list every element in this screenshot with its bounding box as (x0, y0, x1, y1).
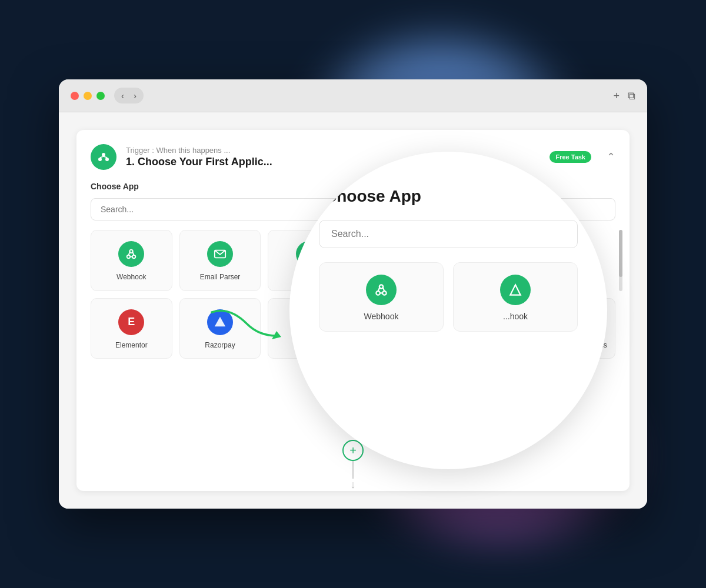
list-item[interactable]: Webhook (319, 262, 444, 332)
connector-line (352, 461, 354, 479)
svg-point-2 (105, 158, 109, 161)
scrollbar-track (619, 230, 622, 291)
list-item[interactable]: ...hook (453, 262, 578, 332)
forward-button[interactable]: › (131, 90, 139, 101)
list-item[interactable]: Razorpay (179, 298, 261, 359)
nav-buttons: ‹ › (114, 88, 144, 103)
webhook-icon (118, 241, 144, 267)
webhook2-modal-icon (500, 275, 531, 305)
svg-point-6 (132, 255, 136, 259)
app-name: Elementor (115, 341, 148, 350)
modal-app-grid: Webhook ...hook (319, 262, 578, 332)
back-button[interactable]: ‹ (119, 90, 126, 101)
scrollbar-thumb[interactable] (619, 230, 622, 277)
list-item[interactable]: Webhook (91, 230, 172, 291)
bottom-plus-area: + ↓ (342, 440, 364, 491)
svg-point-28 (376, 291, 380, 295)
svg-line-3 (100, 156, 104, 158)
arrow-down: ↓ (351, 479, 356, 491)
copy-button[interactable]: ⧉ (628, 91, 635, 101)
svg-point-29 (382, 291, 387, 295)
app-name: Razorpay (205, 341, 235, 350)
toolbar-right: + ⧉ (613, 91, 635, 101)
app-name-modal: Webhook (364, 311, 399, 322)
pabbly-logo (91, 144, 116, 170)
maximize-traffic-light[interactable] (96, 92, 105, 100)
choose-app-modal: Choose App Webhook (289, 152, 607, 469)
close-traffic-light[interactable] (71, 92, 79, 100)
list-item[interactable]: Email Parser (179, 230, 261, 291)
svg-point-1 (98, 158, 102, 161)
email-parser-icon (207, 241, 233, 267)
free-task-badge: Free Task (550, 151, 591, 163)
app-name-modal: ...hook (503, 311, 528, 322)
elementor-icon: E (118, 309, 144, 335)
list-item[interactable]: E Elementor (91, 298, 172, 359)
app-name: Webhook (116, 273, 146, 282)
razorpay-icon (207, 309, 233, 335)
trigger-label: Trigger : When this happens ... (126, 146, 540, 155)
new-tab-button[interactable]: + (613, 91, 620, 101)
svg-line-4 (104, 156, 107, 158)
svg-point-5 (127, 255, 131, 259)
browser-content: Trigger : When this happens ... 1. Choos… (59, 112, 647, 509)
svg-point-0 (102, 153, 105, 156)
app-name: Email Parser (200, 273, 241, 282)
minimize-traffic-light[interactable] (84, 92, 92, 100)
browser-toolbar: ‹ › + ⧉ (59, 79, 647, 112)
svg-marker-17 (215, 316, 225, 326)
card-header: Trigger : When this happens ... 1. Choos… (91, 144, 615, 170)
traffic-lights (71, 92, 105, 100)
webhook-modal-icon (366, 275, 397, 305)
browser-window: ‹ › + ⧉ (59, 79, 647, 509)
modal-search-input[interactable] (319, 220, 578, 248)
collapse-button[interactable]: ⌃ (607, 151, 615, 163)
